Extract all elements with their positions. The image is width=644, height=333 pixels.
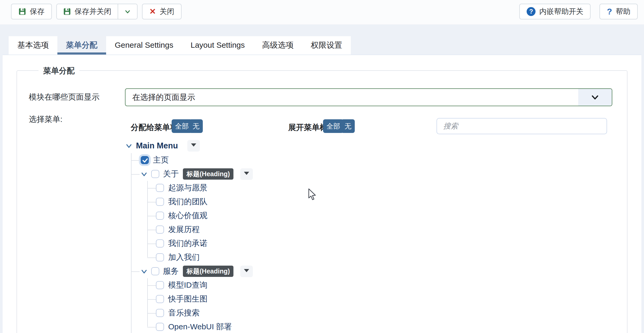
- tree-item-label[interactable]: 发展历程: [168, 224, 200, 235]
- inline-help-label: 内嵌帮助开关: [539, 7, 583, 17]
- checkbox-unchecked[interactable]: [151, 170, 159, 178]
- tree-item-label[interactable]: 核心价值观: [168, 210, 208, 221]
- heading-badge: 标题(Heading): [183, 266, 233, 277]
- help-button[interactable]: ? 帮助: [599, 4, 638, 19]
- checkbox-unchecked[interactable]: [156, 323, 164, 331]
- tree-item: 核心价值观: [156, 209, 208, 223]
- toolbar-right-group: ? 内嵌帮助开关 ? 帮助: [519, 4, 638, 19]
- close-button[interactable]: ✕ 关闭: [142, 4, 182, 19]
- tree-item-label[interactable]: 起源与愿景: [168, 182, 208, 193]
- chevron-down-icon: [589, 92, 601, 103]
- item-options-dropdown-button[interactable]: [240, 266, 253, 277]
- pages-select[interactable]: 在选择的页面显示: [125, 88, 612, 106]
- tree-item-label[interactable]: 模型ID查询: [168, 280, 208, 291]
- select-chevron-box: [578, 89, 612, 106]
- checkbox-unchecked[interactable]: [156, 184, 164, 192]
- fieldset-legend: 菜单分配: [39, 66, 79, 76]
- assign-none-button[interactable]: 无: [189, 119, 203, 133]
- menu-search-input[interactable]: [436, 118, 607, 134]
- tree-item-label[interactable]: 我们的承诺: [168, 238, 208, 249]
- tree-connector-line: [147, 181, 148, 257]
- tree-connector-line: [131, 153, 132, 333]
- checkbox-unchecked[interactable]: [151, 267, 159, 275]
- checkbox-unchecked[interactable]: [156, 212, 164, 220]
- pages-select-value: 在选择的页面显示: [125, 92, 195, 103]
- question-circle-icon: ?: [527, 7, 536, 16]
- close-label: 关闭: [160, 7, 174, 17]
- tree-root-label: Main Menu: [136, 141, 178, 151]
- tab-layout-settings[interactable]: Layout Settings: [182, 36, 253, 55]
- save-icon: [18, 8, 26, 15]
- tree-item: 关于 标题(Heading): [140, 167, 253, 181]
- save-and-close-button[interactable]: 保存并关闭: [57, 4, 118, 19]
- save-label: 保存: [30, 7, 45, 17]
- tree-item: 服务 标题(Heading): [140, 264, 253, 278]
- heading-badge: 标题(Heading): [183, 168, 233, 180]
- checkbox-unchecked[interactable]: [156, 253, 164, 261]
- tree-item-label[interactable]: 服务: [163, 266, 179, 277]
- checkbox-checked[interactable]: [141, 156, 149, 164]
- save-and-close-label: 保存并关闭: [75, 7, 111, 17]
- checkbox-unchecked[interactable]: [156, 281, 164, 289]
- tree-item: 起源与愿景: [156, 181, 208, 195]
- menu-tree: Main Menu 主页 关于 标题(Heading) 起源与愿景 我们的团队 …: [0, 138, 644, 333]
- tree-item: 加入我们: [156, 250, 200, 264]
- tree-item-label[interactable]: 我们的团队: [168, 196, 208, 207]
- tree-item: 模型ID查询: [156, 278, 208, 292]
- expand-menu-tree-label: 展开菜单树: [288, 122, 328, 133]
- tree-item: 我们的承诺: [156, 237, 208, 250]
- settings-tabs: 基本选项 菜单分配 General Settings Layout Settin…: [9, 36, 351, 55]
- tree-item: 音乐搜索: [156, 306, 200, 320]
- toolbar-left-group: 保存 保存并关闭 ✕ 关闭: [11, 4, 182, 19]
- expand-all-button[interactable]: 全部: [323, 119, 343, 133]
- checkbox-unchecked[interactable]: [156, 239, 164, 248]
- tree-item: 发展历程: [156, 223, 200, 237]
- tree-item-label[interactable]: 加入我们: [168, 252, 200, 263]
- tree-item: 主页: [141, 153, 169, 167]
- tree-item-label[interactable]: 音乐搜索: [168, 308, 200, 318]
- checkbox-unchecked[interactable]: [156, 295, 164, 303]
- tab-menu-assignment[interactable]: 菜单分配: [57, 36, 106, 55]
- tab-general-settings[interactable]: General Settings: [106, 36, 182, 55]
- save-button[interactable]: 保存: [11, 4, 52, 19]
- save-close-button-group: 保存并关闭: [56, 4, 138, 19]
- checkbox-unchecked[interactable]: [156, 225, 164, 234]
- inline-help-toggle-button[interactable]: ? 内嵌帮助开关: [519, 4, 591, 19]
- chevron-down-icon[interactable]: [140, 267, 149, 276]
- check-icon: [142, 158, 148, 163]
- help-label: 帮助: [616, 7, 630, 17]
- tree-item-label[interactable]: 快手图生图: [168, 294, 208, 304]
- toolbar: 保存 保存并关闭 ✕ 关闭 ?: [0, 0, 644, 25]
- tree-item: 我们的团队: [156, 195, 208, 209]
- tree-root-main-menu: Main Menu: [124, 138, 200, 153]
- checkbox-unchecked[interactable]: [156, 309, 164, 317]
- chevron-down-icon[interactable]: [140, 170, 149, 179]
- tree-item-label[interactable]: Open-WebUI 部署: [168, 321, 232, 332]
- tab-basic-options[interactable]: 基本选项: [9, 36, 57, 55]
- tab-permissions[interactable]: 权限设置: [302, 36, 351, 55]
- save-options-dropdown-toggle[interactable]: [118, 4, 137, 19]
- assign-menu-items-label: 分配给菜单项: [131, 122, 178, 133]
- tree-item: 快手图生图: [156, 292, 208, 306]
- mouse-cursor: [307, 188, 319, 202]
- root-options-dropdown-button[interactable]: [187, 140, 200, 152]
- chevron-down-icon: [123, 7, 132, 16]
- expand-none-button[interactable]: 无: [341, 119, 355, 133]
- question-icon: ?: [607, 7, 612, 17]
- tree-item: Open-WebUI 部署: [156, 320, 232, 333]
- chevron-down-icon[interactable]: [124, 141, 133, 150]
- checkbox-unchecked[interactable]: [156, 198, 164, 206]
- module-assignment-label: 模块在哪些页面显示: [29, 92, 100, 103]
- close-x-icon: ✕: [149, 8, 156, 15]
- menu-selection-label: 选择菜单:: [29, 114, 62, 125]
- item-options-dropdown-button[interactable]: [240, 168, 253, 180]
- tree-item-label[interactable]: 主页: [153, 155, 169, 165]
- tree-item-label[interactable]: 关于: [163, 169, 179, 179]
- save-icon: [63, 8, 71, 15]
- tab-advanced-options[interactable]: 高级选项: [253, 36, 302, 55]
